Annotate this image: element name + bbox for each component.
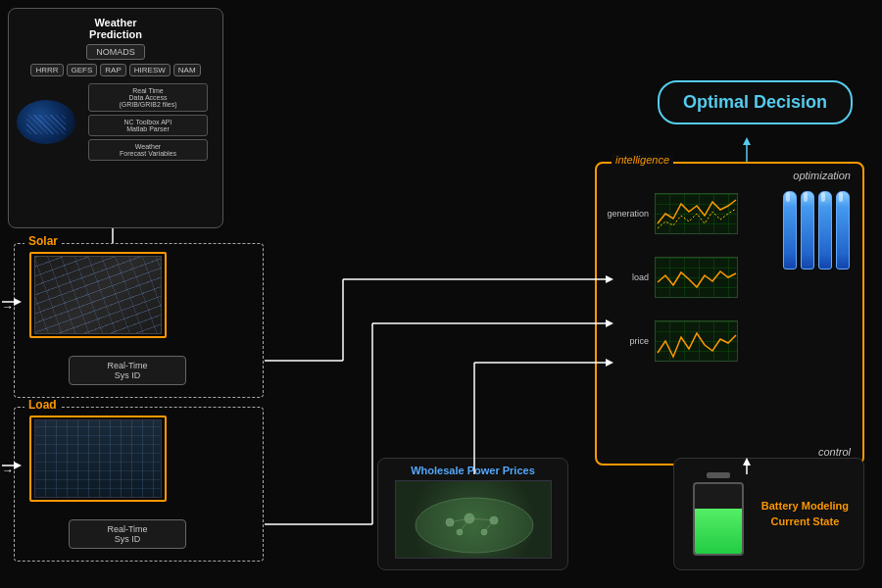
svg-line-7 — [469, 518, 494, 520]
intelligence-box: intelligence optimization control genera… — [595, 162, 864, 466]
chart-row-generation: generation — [605, 193, 738, 234]
svg-point-0 — [416, 498, 533, 553]
cylinder-2 — [801, 191, 814, 270]
weather-title: Weather Prediction — [17, 17, 215, 40]
load-realtime-btn: Real-TimeSys ID — [69, 519, 186, 549]
solar-dashed-box: Solar Real-TimeSys ID — [14, 243, 264, 398]
cylinder-3 — [818, 191, 832, 270]
optimization-label: optimization — [793, 170, 851, 181]
solar-label: Solar — [24, 234, 62, 248]
solar-arrow-left: → — [2, 300, 14, 314]
solar-panel-image — [34, 256, 162, 334]
svg-line-6 — [450, 518, 469, 522]
wholesale-title: Wholesale Power Prices — [411, 465, 535, 476]
chip-gefs: GEFS — [67, 64, 98, 76]
chart-price — [655, 320, 738, 362]
cylinder-1 — [783, 191, 797, 270]
wholesale-map — [395, 480, 552, 559]
cylinder-stack — [783, 191, 850, 270]
nc-toolbox-box: NC Toolbox API Matlab Parser — [88, 115, 208, 136]
battery-modeling-title: Battery ModelingCurrent State — [761, 499, 849, 529]
optimal-decision-title: Optimal Decision — [683, 92, 827, 112]
chart-load — [655, 257, 738, 298]
solar-realtime-btn: Real-TimeSys ID — [69, 356, 186, 385]
svg-point-4 — [457, 529, 463, 535]
load-section: Load Real-TimeSys ID → — [14, 407, 264, 556]
battery-modeling-box: Battery ModelingCurrent State — [673, 458, 864, 570]
load-label: Load — [24, 398, 61, 412]
chip-hrrr: HRRR — [30, 64, 63, 76]
battery-visual — [689, 472, 748, 556]
cylinder-4 — [836, 191, 850, 270]
chart-row-price: price — [605, 320, 738, 362]
svg-point-5 — [481, 529, 487, 535]
intelligence-label: intelligence — [612, 154, 673, 166]
svg-point-3 — [490, 516, 498, 524]
svg-line-8 — [460, 518, 469, 532]
chart-label-price: price — [605, 336, 649, 346]
chart-label-load: load — [605, 272, 649, 282]
wholesale-power-box: Wholesale Power Prices — [377, 458, 568, 570]
battery-cylinder-icon — [782, 191, 851, 387]
load-dashed-box: Load Real-TimeSys ID — [14, 407, 264, 562]
chart-label-generation: generation — [605, 209, 649, 219]
weather-prediction-box: Weather Prediction NOMADS HRRR GEFS RAP … — [8, 8, 223, 228]
load-arrow-left: → — [2, 464, 14, 477]
battery-tip — [707, 472, 730, 478]
svg-point-1 — [446, 518, 454, 526]
satellite-image — [17, 100, 75, 144]
chip-nam: NAM — [173, 64, 201, 76]
control-label: control — [818, 446, 851, 458]
arrow-intel-optimal — [743, 137, 751, 145]
battery-fill — [695, 509, 742, 554]
chart-row-load: load — [605, 257, 738, 298]
svg-line-9 — [484, 520, 494, 532]
forecast-vars-box: Weather Forecast Variables — [88, 139, 208, 161]
solar-section: Solar Real-TimeSys ID → — [14, 243, 264, 392]
forecast-row: HRRR GEFS RAP HIRESW NAM — [17, 64, 215, 76]
optimal-decision-box: Optimal Decision — [658, 80, 853, 124]
nomads-chip: NOMADS — [86, 44, 145, 60]
chip-hiresw: HIRESW — [129, 64, 171, 76]
chip-rap: RAP — [100, 64, 125, 76]
battery-body — [693, 482, 744, 556]
realtime-data-box: Real Time Data Access (GRIB/GRIB2 files) — [88, 83, 208, 112]
building-image — [34, 419, 162, 498]
svg-point-2 — [465, 514, 474, 523]
chart-generation — [655, 193, 738, 234]
